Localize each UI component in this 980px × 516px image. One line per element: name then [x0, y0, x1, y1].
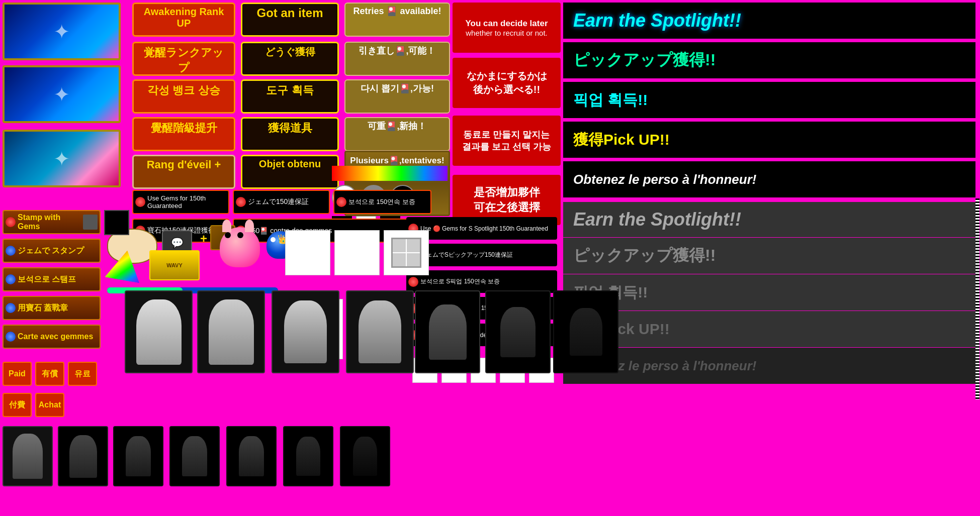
spotlight-gem-jp: ジェムでSピックアップ150連保証 — [406, 244, 557, 266]
tombstone-dark-7 — [553, 290, 618, 373]
tombstone-sm-2 — [58, 426, 108, 486]
grid-icon — [391, 238, 421, 268]
gem-icon-stamp-5 — [6, 332, 16, 342]
tombstone-shape-6 — [500, 307, 536, 357]
pink-creature — [220, 227, 265, 272]
plus-icon: + — [196, 231, 211, 246]
spotlight-banner-kr: 픽업 획득!! — [563, 82, 975, 118]
stamp-banner-jp: ジェムで スタンプ — [3, 239, 101, 263]
tombstone-sm-5 — [226, 426, 277, 486]
paid-badge-kr: 유료 — [68, 362, 97, 386]
crystal-box-1 — [3, 3, 121, 60]
gem-icon-stamp-4 — [6, 303, 16, 313]
white-box-1 — [285, 230, 330, 275]
tombstone-sm-shape-6 — [296, 437, 320, 476]
stamp-banner-kr: 보석으로 스탬프 — [3, 267, 101, 291]
tombstone-sm-4 — [169, 426, 220, 486]
color-gradient-bar — [332, 166, 448, 181]
awakening-banner-kr: 각성 뱅크 상승 — [132, 79, 235, 114]
paid-badge-en: Paid — [3, 362, 32, 386]
spotlight-banner-fr: Obtenez le perso à l'honneur! — [563, 161, 975, 197]
retries-banner-cn: 可重🎴,新抽！ — [344, 117, 450, 151]
tombstone-sm-6 — [283, 426, 333, 486]
gem-guarantee-kr: 보석으로 150연속 보증 — [333, 190, 431, 214]
spotlight-banner-jp-dark: ピックアップ獲得!! — [563, 238, 975, 274]
stamp-banner-fr: Carte avec gemmes — [3, 325, 101, 349]
gem-icon-spotlight-3 — [408, 277, 418, 287]
item-banner-cn: 獲得道具 — [241, 117, 339, 151]
recruit-banner-kr: 동료로 만들지 말지는 결과를 보고 선택 가능 — [453, 116, 561, 166]
tombstone-sm-3 — [113, 426, 163, 486]
tombstone-sm-shape-3 — [126, 436, 151, 476]
gem-guarantee-jp: ジェムで150連保証 — [233, 190, 330, 214]
item-banner-kr: 도구 획득 — [241, 79, 339, 114]
tombstone-dark-4 — [346, 290, 414, 373]
item-banner-en: Got an item — [241, 3, 339, 37]
tombstone-shape-3 — [284, 300, 327, 363]
gold-trophy-badge: WAVY — [149, 250, 200, 280]
gem-icon-red-2 — [236, 197, 246, 207]
gem-icon-stamp-3 — [6, 274, 16, 284]
tombstone-sm-shape-7 — [353, 437, 377, 476]
tombstone-shape-7 — [570, 308, 602, 356]
tombstone-dark-2 — [197, 290, 265, 373]
stamp-icon — [83, 215, 98, 230]
recruit-banner-jp: なかまにするかは 後から選べる!! — [453, 58, 561, 108]
gem-icon-stamp-2 — [6, 246, 16, 256]
stamp-banner-cn: 用寶石 蓋戰章 — [3, 296, 101, 320]
retries-banner-jp: 引き直し🎴,可能！ — [344, 42, 450, 76]
tombstone-sm-shape-5 — [239, 436, 264, 476]
spotlight-banner-jp: ピックアップ獲得!! — [563, 42, 975, 78]
black-stamp-box — [104, 210, 129, 235]
white-box-3 — [384, 230, 429, 275]
recruit-banner-en: You can decide later whether to recruit … — [453, 3, 561, 53]
tombstone-shape-2 — [209, 299, 254, 365]
spotlight-banner-en: Earn the Spotlight!! — [563, 3, 975, 39]
awakening-banner-jp: 覚醒ランクアップ — [132, 42, 235, 76]
spotlight-banner-fr-dark: Obtenez le perso à l'honneur! — [563, 348, 975, 384]
awakening-banner-en: Awakening Rank UP — [132, 3, 235, 37]
crystal-box-2 — [3, 65, 121, 123]
spotlight-banner-en-dark: Earn the Spotlight!! — [563, 201, 975, 237]
tombstone-dark-3 — [272, 290, 339, 373]
awakening-banner-fr: Rang d'éveil + — [132, 155, 235, 189]
tombstone-sm-shape-1 — [13, 434, 43, 479]
spotlight-gem-en: Use 🔴 Gems for S Spotlight 150th Guarant… — [406, 217, 557, 240]
tombstone-shape-4 — [359, 300, 401, 363]
tombstone-shape-5 — [429, 304, 467, 360]
tombstone-sm-shape-4 — [182, 436, 207, 476]
spotlight-banner-kr-dark: 픽업 획득!! — [563, 274, 975, 311]
paid-badge-fr: Achat — [35, 393, 64, 417]
spotlight-gem-kr: 보석으로 S픽업 150연속 보증 — [406, 270, 557, 293]
stamp-banner-en: Stamp with Gems — [3, 210, 101, 234]
awakening-banner-cn: 覺醒階級提升 — [132, 117, 235, 151]
tombstone-sm-7 — [340, 426, 390, 486]
tombstone-dark-5 — [415, 290, 480, 373]
retries-banner-en: Retries 🎴 available! — [344, 3, 450, 37]
item-banner-fr: Objet obtenu — [241, 155, 339, 189]
barcode — [975, 198, 979, 399]
tombstone-shape-1 — [136, 299, 182, 365]
spotlight-banner-cn: 獲得Pick UP!! — [563, 122, 975, 158]
tombstone-dark-1 — [125, 290, 193, 373]
paid-badge-jp: 有償 — [35, 362, 64, 386]
item-banner-jp: どうぐ獲得 — [241, 42, 339, 76]
tombstone-sm-shape-2 — [69, 435, 97, 478]
crystal-box-3 — [3, 130, 121, 187]
gem-icon-stamp-1 — [6, 217, 16, 227]
paid-badge-cn: 付費 — [3, 393, 32, 417]
tombstone-dark-6 — [485, 290, 551, 373]
tombstone-sm-1 — [3, 426, 53, 486]
gem-icon-red-3 — [336, 197, 346, 207]
retries-banner-kr: 다시 뽑기🎴,가능! — [344, 79, 450, 114]
white-box-2 — [334, 230, 380, 275]
gem-guarantee-en: Use Gems for 150th Guaranteed — [132, 190, 229, 214]
gem-icon-red — [135, 197, 145, 207]
spotlight-banner-cn-dark: 獲得Pick UP!! — [563, 311, 975, 347]
